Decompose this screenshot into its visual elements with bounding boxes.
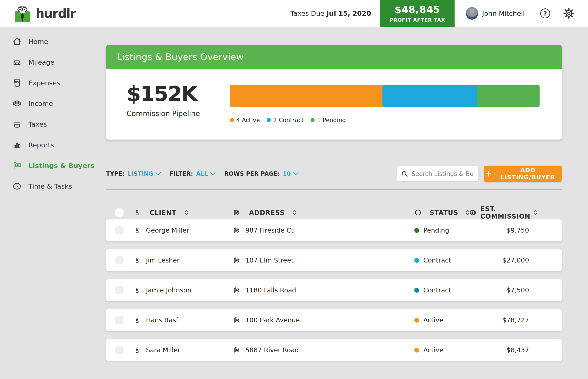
money-icon	[12, 99, 22, 109]
svg-text:SALE: SALE	[15, 164, 21, 166]
column-label: ADDRESS	[249, 209, 285, 216]
section-divider	[106, 189, 562, 190]
select-all-checkbox[interactable]	[115, 208, 123, 217]
overview-card-header: Listings & Buyers Overview	[106, 45, 562, 69]
row-checkbox[interactable]	[115, 316, 123, 324]
map-pin-icon	[233, 257, 240, 264]
table-row[interactable]: George Miller 987 Fireside Ct Pending $9…	[106, 220, 562, 241]
chevron-down-icon	[293, 172, 299, 175]
info-icon	[414, 209, 422, 216]
commission-value: $27,000	[502, 256, 529, 264]
sidebar-item-label: Taxes	[29, 120, 47, 128]
header-checkbox-cell	[115, 208, 134, 217]
taxes-due: Taxes Due Jul 15, 2020	[290, 9, 371, 17]
sidebar-item-label: Home	[29, 38, 48, 46]
legend-dot-pending	[311, 118, 315, 122]
taxes-due-date: Jul 15, 2020	[327, 9, 371, 17]
settings-button[interactable]	[563, 8, 574, 19]
type-dropdown[interactable]: TYPE: LISTING	[106, 171, 161, 177]
status-text: Active	[423, 346, 443, 354]
sort-icon[interactable]	[293, 209, 297, 216]
hurdlr-mascot-icon	[13, 3, 32, 24]
column-label: STATUS	[430, 209, 458, 216]
client-name: Jamie Johnson	[146, 286, 191, 294]
sidebar-item-home[interactable]: Home	[0, 31, 78, 52]
search-box	[397, 166, 478, 181]
column-header-address[interactable]: ADDRESS	[233, 209, 414, 216]
car-icon	[12, 57, 22, 67]
commission-value: $8,437	[506, 346, 529, 354]
row-checkbox[interactable]	[115, 256, 123, 264]
pipeline-label: Commission Pipeline	[127, 109, 211, 118]
rows-per-page-value: 10	[283, 171, 291, 177]
sidebar-item-expenses[interactable]: $ Expenses	[0, 73, 78, 93]
filter-dropdown[interactable]: FILTER: ALL	[170, 171, 216, 177]
sidebar-item-label: Time & Tasks	[29, 182, 72, 190]
user-menu[interactable]: John Mitchell	[466, 7, 525, 20]
avatar[interactable]	[466, 7, 478, 20]
overview-title: Listings & Buyers Overview	[117, 52, 244, 62]
sort-icon[interactable]	[533, 209, 537, 216]
table-row[interactable]: Sara Miller 5887 River Road Active $8,43…	[106, 339, 562, 361]
bar-segment-contract	[382, 85, 477, 107]
app-logo[interactable]: hurdlr	[0, 0, 78, 27]
app-wordmark: hurdlr	[36, 6, 76, 20]
add-listing-buyer-button[interactable]: ADD LISTING/BUYER	[484, 166, 562, 182]
tophat-icon	[12, 119, 22, 129]
column-header-status[interactable]: STATUS	[414, 209, 469, 216]
sidebar-item-income[interactable]: Income	[0, 93, 78, 114]
question-icon: ?	[543, 10, 547, 17]
address-text: 5887 River Road	[245, 346, 299, 354]
sidebar-item-taxes[interactable]: Taxes	[0, 114, 78, 135]
status-dot	[414, 228, 419, 233]
table-row[interactable]: Jim Lesher 107 Elm Street Contract $27,0…	[106, 249, 562, 271]
person-icon	[134, 316, 141, 324]
chart-legend: 4 Active 2 Contract 1 Pending	[230, 117, 540, 123]
rows-per-page-dropdown[interactable]: ROWS PER PAGE: 10	[224, 171, 299, 177]
sidebar-item-reports[interactable]: Reports	[0, 135, 78, 155]
add-button-label: ADD LISTING/BUYER	[495, 167, 560, 181]
row-checkbox[interactable]	[115, 286, 123, 294]
profit-amount: $48,845	[394, 4, 440, 15]
status-dot	[414, 288, 419, 293]
sidebar-item-time-tasks[interactable]: Time & Tasks	[0, 176, 78, 197]
filter-value: ALL	[196, 171, 208, 177]
sidebar-item-listings-buyers[interactable]: SALE Listings & Buyers	[0, 155, 78, 176]
search-input[interactable]	[411, 170, 474, 178]
table-row[interactable]: Hans Basf 100 Park Avenue Active $78,727	[106, 309, 562, 331]
sort-icon[interactable]	[466, 209, 469, 216]
legend-dot-active	[230, 118, 234, 122]
legend-label: 2 Contract	[273, 117, 304, 123]
person-icon	[134, 227, 141, 234]
client-name: Hans Basf	[146, 316, 178, 324]
map-pin-icon	[233, 227, 240, 234]
column-header-commission[interactable]: $ EST. COMMISSION	[469, 205, 537, 220]
row-checkbox[interactable]	[115, 226, 123, 235]
row-checkbox[interactable]	[115, 346, 123, 354]
sort-icon[interactable]	[184, 209, 188, 216]
filter-label: FILTER:	[170, 171, 193, 177]
topbar-right: Taxes Due Jul 15, 2020 $48,845 PROFIT AF…	[78, 0, 588, 27]
map-pin-icon	[233, 316, 240, 324]
sidebar-item-mileage[interactable]: Mileage	[0, 52, 78, 73]
svg-text:$: $	[17, 80, 19, 84]
person-icon	[134, 347, 141, 354]
help-button[interactable]: ?	[540, 8, 550, 18]
pipeline-chart: 4 Active 2 Contract 1 Pending	[230, 85, 540, 140]
column-header-client[interactable]: CLIENT	[134, 209, 233, 216]
sale-sign-icon: SALE	[12, 161, 22, 171]
bar-segment-active	[230, 85, 382, 107]
map-pin-icon	[233, 287, 240, 294]
client-name: Jim Lesher	[146, 256, 180, 264]
home-icon	[12, 37, 22, 47]
search-icon	[401, 170, 408, 177]
map-pin-icon	[233, 347, 240, 354]
sidebar-item-label: Reports	[29, 141, 54, 149]
map-pin-icon	[233, 209, 240, 216]
sidebar-item-label: Expenses	[29, 79, 60, 87]
client-name: Sara Miller	[146, 346, 180, 354]
person-icon	[134, 209, 141, 216]
profit-label: PROFIT AFTER TAX	[390, 17, 445, 23]
table-row[interactable]: Jamie Johnson 1180 Falls Road Contract $…	[106, 279, 562, 301]
user-name: John Mitchell	[482, 9, 525, 17]
